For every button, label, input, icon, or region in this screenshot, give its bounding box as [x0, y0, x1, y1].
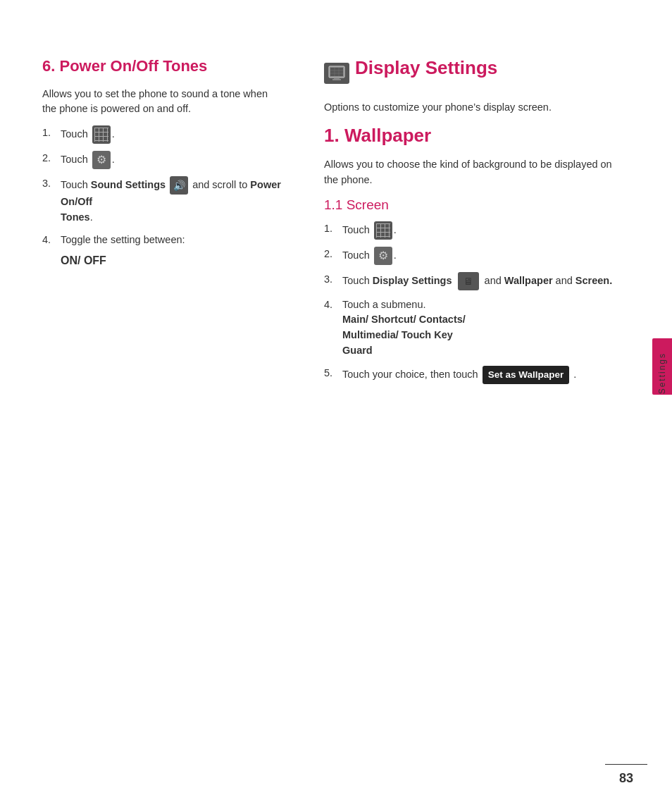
- right-step-num-1: 1.: [324, 221, 342, 237]
- set-wallpaper-button[interactable]: Set as Wallpaper: [483, 366, 570, 384]
- right-step-content-2: Touch .: [342, 247, 620, 265]
- display-settings-header: Display Settings: [324, 56, 620, 90]
- left-step-3: 3. Touch Sound Settings and scroll to Po…: [42, 176, 282, 226]
- display-settings-label: Display Settings: [373, 274, 452, 285]
- display-icon-small: [458, 272, 479, 290]
- right-step-4: 4. Touch a submenu. Main/ Shortcut/ Cont…: [324, 297, 620, 359]
- right-step-1: 1. Touch .: [324, 221, 620, 240]
- display-icon: [324, 63, 349, 84]
- left-title: 6. Power On/Off Tones: [42, 56, 282, 77]
- right-step-content-5: Touch your choice, then touch Set as Wal…: [342, 366, 620, 384]
- submenu-options: Main/ Shortcut/ Contacts/Multimedia/ Tou…: [342, 314, 466, 356]
- step-content-4: Toggle the setting between:: [61, 233, 282, 248]
- step-content-3: Touch Sound Settings and scroll to Power…: [61, 176, 282, 226]
- right-step-5: 5. Touch your choice, then touch Set as …: [324, 366, 620, 384]
- step-content-1: Touch .: [61, 125, 282, 144]
- step-num-2: 2.: [42, 151, 61, 166]
- on-off-label: ON/ OFF: [61, 254, 282, 267]
- wallpaper-description: Allows you to choose the kind of backgro…: [324, 157, 620, 188]
- grid-icon-1: [92, 125, 111, 144]
- right-description: Options to customize your phone’s displa…: [324, 100, 620, 116]
- right-step-num-3: 3.: [324, 272, 342, 288]
- right-step-num-5: 5.: [324, 366, 342, 381]
- right-title: Display Settings: [355, 56, 497, 80]
- step-num-4: 4.: [42, 233, 61, 248]
- screen-label: Screen.: [575, 274, 612, 285]
- right-step-content-4: Touch a submenu. Main/ Shortcut/ Contact…: [342, 297, 620, 359]
- left-description: Allows you to set the phone to sound a t…: [42, 87, 282, 118]
- step-num-3: 3.: [42, 176, 61, 192]
- svg-rect-2: [334, 78, 340, 79]
- right-section: Display Settings Options to customize yo…: [324, 56, 620, 391]
- left-step-2: 2. Touch .: [42, 151, 282, 169]
- right-step-num-2: 2.: [324, 247, 342, 262]
- sound-settings-label: Sound Settings: [91, 179, 166, 190]
- page-number: 83: [619, 771, 633, 786]
- sound-icon: [170, 176, 188, 195]
- right-step-content-3: Touch Display Settings and Wallpaper and…: [342, 272, 620, 290]
- left-section: 6. Power On/Off Tones Allows you to set …: [42, 56, 296, 391]
- svg-rect-1: [330, 68, 343, 76]
- page-divider: [605, 764, 647, 765]
- left-step-1: 1. Touch .: [42, 125, 282, 144]
- left-step-4: 4. Toggle the setting between:: [42, 233, 282, 248]
- sidebar-label-container: Settings: [652, 345, 672, 402]
- step-content-2: Touch .: [61, 151, 282, 169]
- right-step-content-1: Touch .: [342, 221, 620, 240]
- screen-subtitle: 1.1 Screen: [324, 197, 620, 214]
- svg-rect-3: [332, 79, 341, 80]
- grid-icon-2: [374, 221, 392, 240]
- gear-icon-1: [92, 151, 111, 169]
- wallpaper-title: 1. Wallpaper: [324, 124, 620, 148]
- right-step-3: 3. Touch Display Settings and Wallpaper …: [324, 272, 620, 290]
- gear-icon-2: [374, 247, 392, 265]
- right-step-num-4: 4.: [324, 297, 342, 313]
- sidebar-label: Settings: [657, 352, 667, 394]
- wallpaper-label: Wallpaper: [504, 274, 553, 285]
- step-num-1: 1.: [42, 125, 61, 141]
- right-step-2: 2. Touch .: [324, 247, 620, 265]
